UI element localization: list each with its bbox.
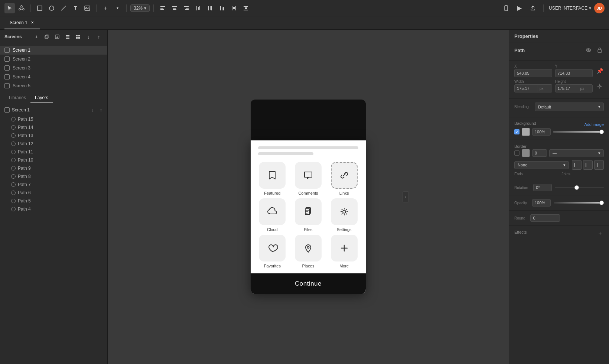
libraries-tab[interactable]: Libraries — [4, 92, 30, 103]
project-name[interactable]: USER INTERFACE ▾ — [549, 6, 591, 11]
stroke-btn-1[interactable] — [572, 160, 582, 170]
tab-close-btn[interactable]: ✕ — [30, 20, 35, 25]
screen-item-1[interactable]: Screen 1 — [0, 46, 107, 55]
opacity-slider[interactable] — [554, 202, 604, 204]
visibility-toggle[interactable] — [584, 46, 593, 54]
align-bottom-btn[interactable] — [217, 3, 227, 13]
component-tool[interactable] — [16, 3, 27, 13]
add-caret[interactable]: ▾ — [112, 3, 123, 13]
stroke-btn-2[interactable] — [583, 160, 593, 170]
canvas-area[interactable]: Featured Comments — [108, 30, 509, 364]
layer-item-path15[interactable]: Path 15 — [0, 115, 107, 123]
pin-btn[interactable]: 📌 — [596, 67, 604, 75]
x-input[interactable] — [514, 69, 552, 77]
sort-down-btn[interactable]: ↓ — [84, 33, 92, 41]
bg-checkbox[interactable]: ✓ — [514, 129, 520, 134]
align-vcenter-btn[interactable] — [205, 3, 215, 13]
mobile-preview-btn[interactable] — [501, 3, 511, 13]
play-btn[interactable]: ▶ — [514, 3, 525, 13]
svg-rect-21 — [210, 6, 211, 10]
lock-aspect-btn[interactable] — [596, 82, 604, 90]
text-tool[interactable]: T — [70, 3, 81, 13]
layer-item-path8[interactable]: Path 8 — [0, 172, 107, 181]
layer-sort-down[interactable]: ↓ — [89, 107, 96, 113]
stroke-btn-3[interactable] — [594, 160, 604, 170]
height-input[interactable] — [556, 85, 578, 92]
align-spaceh-btn[interactable] — [229, 3, 239, 13]
border-size-input[interactable] — [532, 149, 547, 157]
round-input[interactable] — [530, 214, 560, 222]
align-spacev-btn[interactable] — [241, 3, 251, 13]
icon-cell-favorites[interactable]: Favorites — [256, 235, 289, 268]
panel-collapse-btn[interactable]: ‹ — [403, 191, 408, 202]
zoom-control[interactable]: 32% ▾ — [130, 4, 150, 12]
image-tool[interactable] — [82, 3, 92, 13]
bg-opacity-input[interactable] — [532, 128, 551, 136]
icon-cell-more[interactable]: More — [328, 235, 361, 268]
layer-item-path6[interactable]: Path 6 — [0, 189, 107, 197]
align-top-btn[interactable] — [193, 3, 203, 13]
add-tool[interactable]: + — [100, 3, 111, 13]
add-screen-btn[interactable]: + — [32, 33, 40, 41]
layer-group-screen1[interactable]: Screen 1 ↓ ↑ — [0, 105, 107, 115]
icon-cell-comments[interactable]: Comments — [292, 162, 325, 195]
icon-cell-cloud[interactable]: Cloud — [256, 198, 289, 232]
layer-item-path10[interactable]: Path 10 — [0, 156, 107, 164]
opacity-input[interactable] — [532, 199, 551, 207]
blending-select[interactable]: Default ▾ — [535, 103, 604, 111]
screen-item-2[interactable]: Screen 2 — [0, 55, 107, 64]
border-style-select[interactable]: — ▾ — [549, 149, 604, 157]
grid-view-btn[interactable] — [74, 33, 82, 41]
path-icon-7 — [11, 182, 16, 187]
layers-tab[interactable]: Layers — [30, 92, 53, 103]
list-view-btn[interactable] — [63, 33, 72, 41]
rotation-input[interactable] — [533, 184, 552, 191]
align-right-btn[interactable] — [181, 3, 192, 13]
layer-item-path9[interactable]: Path 9 — [0, 164, 107, 172]
screen-item-5[interactable]: Screen 5 — [0, 81, 107, 90]
y-input[interactable] — [555, 69, 593, 77]
svg-rect-19 — [199, 6, 200, 10]
continue-button[interactable]: Continue — [251, 273, 366, 294]
tab-screen1[interactable]: Screen 1 ✕ — [4, 16, 40, 29]
duplicate-screen-btn[interactable] — [43, 33, 51, 41]
divider-1 — [30, 4, 31, 12]
layer-item-path7[interactable]: Path 7 — [0, 181, 107, 189]
layer-item-path4[interactable]: Path 4 — [0, 205, 107, 213]
width-input[interactable] — [515, 85, 537, 92]
layer-item-path11[interactable]: Path 11 — [0, 148, 107, 156]
sort-up-btn[interactable]: ↑ — [95, 33, 103, 41]
select-tool[interactable] — [4, 3, 15, 13]
border-checkbox[interactable] — [514, 150, 520, 156]
icon-cell-files[interactable]: Files — [292, 198, 325, 232]
import-screen-btn[interactable] — [53, 33, 61, 41]
border-color-swatch[interactable] — [522, 149, 530, 157]
layer-item-path5[interactable]: Path 5 — [0, 197, 107, 205]
ellipse-tool[interactable] — [46, 3, 57, 13]
icon-cell-settings[interactable]: Settings — [328, 198, 361, 232]
add-effect-btn[interactable]: + — [596, 230, 604, 237]
layer-item-path13[interactable]: Path 13 — [0, 131, 107, 140]
rect-tool[interactable] — [35, 3, 45, 13]
layer-item-path14[interactable]: Path 14 — [0, 123, 107, 131]
divider-4 — [153, 4, 154, 12]
layer-sort-controls: ↓ ↑ — [89, 107, 104, 113]
lock-toggle[interactable] — [596, 46, 604, 54]
rotation-slider[interactable] — [555, 187, 604, 188]
icon-cell-places[interactable]: Places — [292, 235, 325, 268]
screen-item-4[interactable]: Screen 4 — [0, 72, 107, 81]
bg-opacity-slider[interactable] — [553, 131, 604, 133]
align-left-btn[interactable] — [157, 3, 168, 13]
layer-item-path12[interactable]: Path 12 — [0, 140, 107, 148]
align-center-btn[interactable] — [169, 3, 180, 13]
layer-sort-up[interactable]: ↑ — [98, 107, 104, 113]
icon-cell-links[interactable]: Links — [328, 162, 361, 195]
add-image-btn[interactable]: Add image — [584, 122, 604, 127]
screen-item-3[interactable]: Screen 3 — [0, 64, 107, 72]
user-avatar[interactable]: JD — [594, 3, 605, 13]
line-tool[interactable] — [58, 3, 69, 13]
share-btn[interactable] — [528, 3, 538, 13]
bg-color-swatch[interactable] — [522, 128, 530, 136]
icon-cell-featured[interactable]: Featured — [256, 162, 289, 195]
none-select[interactable]: None ▾ — [514, 161, 569, 169]
